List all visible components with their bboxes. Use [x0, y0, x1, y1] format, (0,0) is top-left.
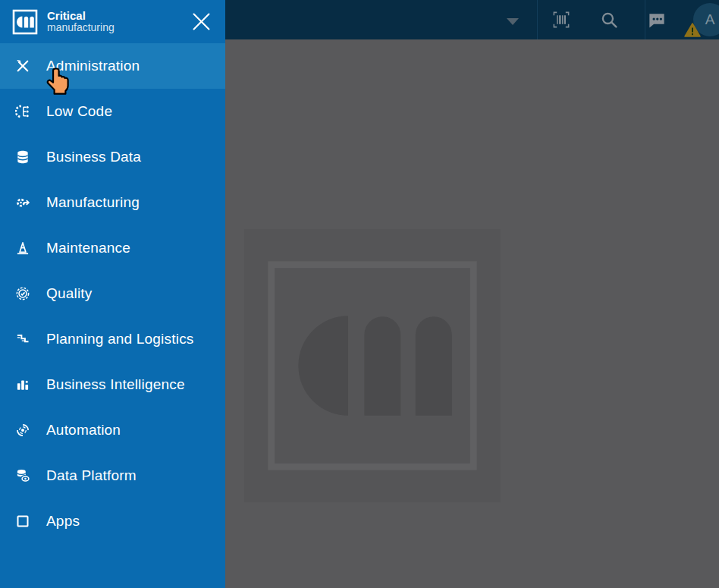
sidebar-item-label: Data Platform: [46, 467, 137, 484]
sidebar-item-business-data[interactable]: Business Data: [0, 134, 225, 180]
watermark-card: [244, 229, 501, 502]
sidebar-item-automation[interactable]: Automation: [0, 407, 225, 453]
sidebar-menu: Administration Low Code Business Data Ma…: [0, 43, 225, 544]
tools-icon: [14, 58, 30, 74]
sidebar-item-quality[interactable]: Quality: [0, 271, 225, 316]
quality-seal-icon: [14, 286, 30, 302]
sidebar-item-manufacturing[interactable]: Manufacturing: [0, 180, 225, 225]
cmf-logo-watermark: [258, 251, 487, 480]
warning-icon: [684, 23, 701, 37]
sidebar-item-label: Business Intelligence: [46, 376, 185, 393]
sidebar-item-label: Apps: [46, 513, 80, 530]
low-code-icon: [14, 104, 30, 120]
gear-arrow-icon: [14, 195, 30, 211]
steps-icon: [14, 332, 30, 347]
apps-icon: [14, 514, 30, 530]
barcode-scan-icon[interactable]: [551, 10, 572, 30]
content-overlay: [225, 39, 719, 588]
database-icon: [14, 149, 30, 165]
sidebar-item-label: Quality: [46, 285, 93, 302]
avatar-letter: A: [705, 11, 715, 28]
sidebar-item-business-intelligence[interactable]: Business Intelligence: [0, 362, 225, 407]
caret-down-icon[interactable]: [507, 18, 519, 25]
topbar: A: [225, 0, 719, 39]
sidebar-item-label: Automation: [46, 422, 121, 439]
brand: Critical manufacturing: [47, 10, 115, 33]
brand-title: Critical: [47, 10, 115, 22]
sidebar-item-data-platform[interactable]: Data Platform: [0, 453, 225, 498]
sidebar-item-label: Maintenance: [46, 240, 130, 256]
sidebar-item-label: Low Code: [46, 103, 112, 120]
sidebar-item-apps[interactable]: Apps: [0, 498, 225, 544]
sidebar-item-label: Manufacturing: [46, 194, 140, 211]
cmf-logo-icon: [12, 9, 38, 35]
sidebar-item-maintenance[interactable]: Maintenance: [0, 225, 225, 271]
sidebar-item-low-code[interactable]: Low Code: [0, 89, 225, 134]
sidebar-header: Critical manufacturing: [0, 0, 225, 43]
sidebar-item-label: Administration: [46, 58, 140, 74]
automation-icon: [14, 423, 30, 439]
topbar-divider: [645, 0, 645, 39]
sidebar-item-administration[interactable]: Administration: [0, 43, 225, 89]
topbar-divider: [537, 0, 538, 39]
brand-subtitle: manufacturing: [47, 22, 115, 33]
sidebar-item-label: Planning and Logistics: [46, 331, 194, 347]
bar-chart-icon: [14, 377, 30, 393]
search-icon[interactable]: [600, 11, 619, 30]
sidebar-item-planning-and-logistics[interactable]: Planning and Logistics: [0, 316, 225, 362]
chat-icon[interactable]: [647, 10, 667, 30]
sidebar-item-label: Business Data: [46, 149, 141, 165]
close-icon[interactable]: [190, 11, 212, 33]
data-eye-icon: [14, 468, 30, 484]
sidebar: Critical manufacturing Administration Lo…: [0, 0, 225, 588]
traffic-cone-icon: [14, 241, 30, 256]
